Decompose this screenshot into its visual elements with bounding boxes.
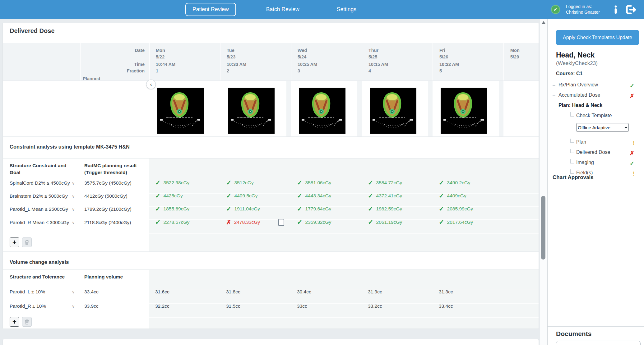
constraint-result-cell: ✓4409cGy (439, 192, 466, 200)
info-icon[interactable] (612, 5, 619, 14)
result-value: 2359.32cGy (305, 219, 331, 225)
nav-tab-batch-review[interactable]: Batch Review (259, 3, 307, 16)
apply-check-templates-button[interactable]: Apply Check Templates Update (556, 30, 639, 45)
result-value: 2278.57cGy (164, 219, 190, 225)
result-value: 4443.34cGy (305, 193, 331, 199)
override-checkbox[interactable] (278, 219, 284, 226)
row-dropdown-chevron[interactable]: ∨ (72, 290, 75, 294)
day-date: 5/29 (510, 54, 519, 60)
result-value: 3584.72cGy (376, 180, 402, 186)
collapse-columns-button[interactable]: ‹ (146, 80, 156, 89)
scrollbar-up-arrow[interactable] (541, 21, 546, 24)
login-status-icon: ✓ (551, 5, 560, 14)
row-separator (149, 317, 539, 318)
band-separator (220, 43, 220, 80)
documents-select[interactable] (556, 341, 641, 345)
result-value: 3512cGy (234, 180, 254, 186)
result-value: 3522.98cGy (164, 180, 190, 186)
ct-dose-thumbnail[interactable] (299, 88, 345, 134)
result-value: 2061.19cGy (376, 219, 402, 225)
volume-row-label: Parotid_R ± 10% (10, 303, 46, 309)
trash-icon (25, 319, 29, 324)
ct-dose-thumbnail[interactable] (370, 88, 416, 134)
constraint-planning-value: 4412cGy (5000cGy) (84, 193, 127, 199)
warning-icon: ! (632, 140, 634, 146)
next-section-card (2, 339, 539, 345)
pass-icon: ✓ (297, 179, 303, 186)
add-volume-button[interactable]: + (10, 317, 19, 327)
volume-result-value: 30.4cc (297, 289, 311, 295)
pass-icon: ✓ (297, 192, 303, 200)
nav-tabs: Patient ReviewBatch ReviewSettings (185, 3, 364, 16)
tree-dash (553, 106, 555, 106)
ct-dose-thumbnail[interactable] (157, 88, 204, 134)
chart-approvals-heading: Chart Approvals (553, 174, 594, 181)
constraint-result-cell: ✓4372.41cGy (368, 192, 402, 200)
row-dropdown-chevron[interactable]: ∨ (72, 220, 75, 225)
sidebar-item-label[interactable]: Accumulated Dose (558, 92, 600, 98)
pass-icon: ✓ (368, 192, 373, 200)
nav-tab-patient-review[interactable]: Patient Review (185, 3, 236, 16)
ct-dose-thumbnail[interactable] (228, 88, 275, 134)
day-column-gutter (499, 81, 503, 136)
day-date: 5/24 (298, 54, 306, 60)
day-time: 10:25 AM (298, 61, 317, 67)
constraint-result-cell: ✓2061.19cGy (368, 218, 402, 226)
sidebar-item-rx-plan-overview: Rx/Plan Overview✓ (548, 82, 644, 90)
day-time: 10:15 AM (368, 61, 388, 67)
warning-icon: ! (632, 170, 634, 177)
row-dropdown-chevron[interactable]: ∨ (72, 181, 75, 186)
result-value: 2085.99cGy (447, 206, 473, 212)
top-nav-bar: Patient ReviewBatch ReviewSettings ✓ Log… (0, 0, 644, 19)
row-dropdown-chevron[interactable]: ∨ (72, 304, 75, 309)
logout-icon[interactable] (626, 5, 637, 15)
sidebar-item-label[interactable]: Rx/Plan Overview (558, 82, 598, 88)
day-time: 10:22 AM (439, 61, 459, 67)
constraint-result-cell: ✓4425cGy (155, 192, 183, 200)
trash-icon (25, 240, 29, 245)
constraint-result-cell: ✗2478.33cGy (226, 218, 260, 226)
delete-constraint-button[interactable] (22, 237, 32, 247)
constraint-row-label: Parotid_R Mean ≤ 3000cGy (10, 220, 69, 225)
sidebar-item-label[interactable]: Delivered Dose (576, 150, 610, 155)
volume-section-title: Volume change analysis (10, 259, 69, 265)
date-row-label: Date (82, 47, 145, 53)
constraint-row-label: Brainstem D2% ≤ 5000cGy (10, 193, 68, 199)
sidebar-item-label[interactable]: Plan (576, 139, 586, 145)
volume-result-value: 31.8cc (226, 289, 240, 295)
volume-values-region (149, 270, 539, 329)
row-dropdown-chevron[interactable]: ∨ (72, 207, 75, 212)
result-value: 4425cGy (164, 193, 183, 199)
nav-tab-settings[interactable]: Settings (330, 3, 364, 16)
sidebar-item-plan-head-neck: Plan: Head & Neck (548, 103, 644, 110)
day-name: Tue (227, 47, 234, 53)
constraint-result-cell: ✓1911.04cGy (226, 205, 260, 213)
tree-elbow-icon (570, 139, 574, 143)
day-date: 5/26 (439, 54, 448, 60)
result-value: 3490.2cGy (447, 180, 470, 186)
delete-volume-button[interactable] (22, 317, 32, 327)
day-column-gutter (428, 81, 433, 136)
constraint-planning-value: 1799.2cGy (2100cGy) (84, 206, 132, 212)
tree-elbow-icon (570, 159, 574, 163)
day-date: 5/25 (368, 54, 377, 60)
right-sidebar: Apply Check Templates Update Head, Neck … (547, 19, 644, 345)
sidebar-item-label[interactable]: Plan: Head & Neck (558, 103, 602, 108)
scrollbar-track[interactable] (540, 19, 547, 345)
add-constraint-button[interactable]: + (10, 237, 19, 247)
row-dropdown-chevron[interactable]: ∨ (72, 194, 75, 199)
check-template-select[interactable]: Offline Adaptive (576, 123, 629, 132)
sidebar-item-plan: Plan! (548, 139, 644, 147)
volume-result-value: 33cc (297, 303, 307, 309)
sidebar-item-check-template: Check Template (548, 113, 644, 120)
scrollbar-thumb[interactable] (541, 196, 545, 260)
volume-result-value: 33.2cc (368, 303, 382, 309)
sidebar-item-label[interactable]: Imaging (576, 160, 594, 165)
row-separator (149, 206, 539, 207)
tree-dash (553, 95, 555, 96)
ct-dose-thumbnail[interactable] (441, 88, 487, 134)
divider (3, 251, 539, 252)
volume-col-planning: Planning volume (84, 274, 145, 280)
pass-icon: ✓ (155, 205, 161, 213)
day-date: 5/23 (227, 54, 235, 60)
